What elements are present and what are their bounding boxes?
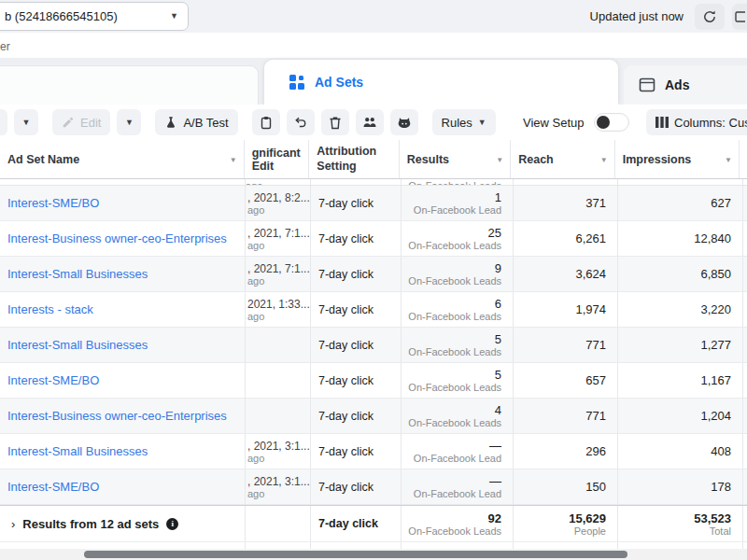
view-setup-label: View Setup	[523, 116, 585, 130]
duplicate-button[interactable]	[252, 109, 280, 135]
refresh-button[interactable]	[695, 4, 725, 30]
header-results[interactable]: Results ▼	[400, 140, 511, 178]
header-impressions[interactable]: Impressions ▼	[615, 140, 740, 178]
header-significant-edit[interactable]: gnificant Edit	[245, 140, 310, 178]
horizontal-scrollbar[interactable]	[0, 549, 747, 560]
cell-summary-reach: 15,629 People	[514, 506, 618, 541]
cell-summary-results: 92 On-Facebook Leads	[402, 506, 514, 541]
edit-dropdown-button[interactable]: ▼	[117, 109, 141, 135]
ab-test-button[interactable]: A/B Test	[155, 109, 237, 135]
cell-reach: 6,261	[514, 221, 618, 256]
cell-filler	[743, 292, 747, 327]
top-bar: b (52418666545105) ▼ Updated just now	[0, 0, 747, 33]
summary-results-value: 92	[488, 511, 501, 525]
ad-set-name-link[interactable]: Interest-SME/BO	[7, 196, 99, 210]
impressions-value: 6,850	[700, 267, 731, 281]
cell-significant-edit	[246, 399, 311, 433]
edit-ago-text: ago	[247, 240, 310, 251]
header-filler	[740, 140, 747, 178]
edit-date-text: , 2021, 7:1...	[247, 227, 310, 240]
header-reach[interactable]: Reach ▼	[511, 140, 614, 178]
header-ad-set-name[interactable]: Ad Set Name ▼	[0, 140, 245, 178]
more-dropdown-button[interactable]: ▼	[14, 109, 38, 135]
ad-set-name-link[interactable]: Interest-SME/BO	[7, 480, 99, 494]
cell-ad-set-name: Interest-SME/BO	[0, 186, 246, 220]
chevron-down-icon: ▼	[125, 119, 134, 127]
cell-filler	[743, 399, 747, 433]
impressions-value: 178	[711, 480, 731, 494]
results-value: 5	[495, 332, 501, 346]
clipped-cell	[514, 179, 618, 185]
ad-sets-table: Ad Set Name ▼ gnificant Edit Attribution…	[0, 140, 747, 549]
rules-button[interactable]: Rules ▼	[432, 109, 496, 135]
header-significant-edit-label: gnificant Edit	[252, 147, 309, 173]
ad-set-name-link[interactable]: Interest-Small Businesses	[7, 338, 148, 352]
ad-set-name-link[interactable]: Interests - stack	[7, 302, 93, 316]
ads-frame-icon	[639, 77, 655, 93]
rules-label: Rules	[442, 116, 472, 130]
clipped-left-button[interactable]	[0, 109, 7, 135]
summary-impressions-value: 53,523	[694, 511, 731, 525]
delete-button[interactable]	[321, 109, 349, 135]
clipped-cell	[0, 179, 246, 185]
expand-chevron-icon[interactable]: ›	[11, 517, 15, 531]
edit-date-text: 2021, 1:33...	[247, 298, 310, 311]
cell-ad-set-name: Interest-Business owner-ceo-Enterprises	[0, 221, 246, 256]
tab-campaigns-partial[interactable]	[0, 65, 259, 105]
table-row: Interest-Small Businesses 7-day click 5 …	[0, 328, 747, 363]
results-value: 5	[495, 368, 501, 382]
edit-ago-text: ago	[247, 311, 310, 322]
results-type-label: On-Facebook Leads	[408, 275, 501, 287]
top-bar-right: Updated just now	[590, 0, 747, 33]
edit-ago-text: ago	[247, 204, 310, 216]
view-setup-toggle[interactable]	[594, 113, 629, 132]
ad-account-dropdown[interactable]: b (52418666545105) ▼	[0, 2, 189, 31]
sort-caret-icon: ▼	[725, 155, 732, 163]
table-row: Interest-SME/BO , 2021, 3:1... ago 7-day…	[0, 469, 747, 505]
reach-value: 296	[585, 444, 606, 458]
reach-value: 6,261	[575, 231, 606, 245]
ad-set-name-link[interactable]: Interest-SME/BO	[7, 373, 99, 387]
chevron-down-icon: ▼	[170, 12, 178, 21]
impressions-value: 408	[711, 444, 731, 458]
ad-set-name-link[interactable]: Interest-Business owner-ceo-Enterprises	[7, 231, 227, 245]
cell-results: — On-Facebook Lead	[402, 469, 514, 504]
cell-ad-set-name: Interest-Small Businesses	[0, 257, 246, 291]
filter-bar: er	[0, 33, 747, 58]
attribution-text: 7-day click	[318, 197, 374, 210]
columns-icon	[655, 117, 669, 128]
edit-button[interactable]: Edit	[52, 109, 110, 135]
revert-button[interactable]	[287, 109, 315, 135]
cell-impressions: 6,850	[618, 257, 743, 291]
people-icon	[362, 116, 377, 129]
attribution-text: 7-day click	[318, 339, 374, 352]
ad-set-name-link[interactable]: Interest-Business owner-ceo-Enterprises	[7, 409, 227, 423]
results-value: —	[489, 474, 501, 488]
edit-button-label: Edit	[80, 116, 101, 130]
audience-button[interactable]	[356, 109, 384, 135]
cell-summary: › Results from 12 ad sets i	[0, 506, 246, 541]
results-value: 1	[495, 190, 501, 204]
piggy-bank-button[interactable]	[390, 109, 418, 135]
cell-ad-set-name: Interest-Small Businesses	[0, 328, 246, 362]
clipped-cell	[743, 179, 747, 185]
cell-attribution: 7-day click	[311, 434, 402, 469]
header-attribution-setting[interactable]: Attribution Setting	[309, 140, 400, 178]
ad-set-name-link[interactable]: Interest-Small Businesses	[7, 267, 148, 281]
clipped-edge-button[interactable]	[732, 4, 747, 30]
cell-reach: 150	[514, 469, 618, 504]
attribution-text: 7-day click	[318, 303, 374, 316]
info-icon[interactable]: i	[166, 518, 178, 530]
tab-ads[interactable]: Ads	[624, 65, 747, 105]
cell-results: 4 On-Facebook Leads	[402, 399, 514, 433]
cell-reach: 657	[514, 363, 618, 398]
actions-toolbar: ▼ Edit ▼ A/B Test	[0, 105, 747, 140]
results-type-label: On-Facebook Leads	[408, 417, 501, 428]
attribution-text: 7-day click	[318, 481, 374, 494]
cell-filler	[743, 469, 747, 504]
ad-set-name-link[interactable]: Interest-Small Businesses	[7, 444, 148, 458]
columns-button[interactable]: Columns: Custo	[646, 109, 747, 135]
tab-ad-sets[interactable]: Ad Sets	[264, 60, 618, 105]
scrollbar-thumb[interactable]	[84, 551, 627, 558]
cell-filler	[743, 506, 747, 541]
